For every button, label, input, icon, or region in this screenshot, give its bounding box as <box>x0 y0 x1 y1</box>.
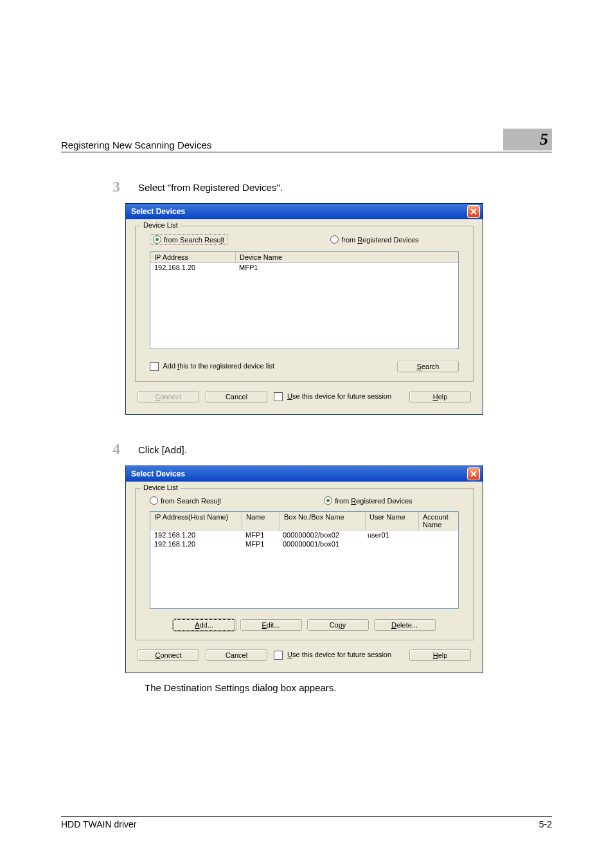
checkbox-icon <box>150 362 159 371</box>
use-future-checkbox[interactable]: Use this device for future session <box>274 651 391 660</box>
add-button[interactable]: Add... <box>173 619 235 631</box>
dialog1-title: Select Devices <box>131 207 185 216</box>
select-devices-dialog-2: Select Devices Device List from Search R… <box>125 466 483 673</box>
close-icon[interactable] <box>467 205 480 218</box>
delete-button[interactable]: Delete... <box>374 619 436 631</box>
connect-button[interactable]: Connect <box>138 391 199 402</box>
step-3-text: Select "from Registered Devices". <box>138 178 283 195</box>
use-future-checkbox[interactable]: Use this device for future session <box>274 392 391 401</box>
radio-dot-icon <box>153 235 161 244</box>
step-3-number: 3 <box>112 178 138 195</box>
copy-button[interactable]: Copy <box>307 619 369 631</box>
device-listview[interactable]: IP Address(Host Name) Name Box No./Box N… <box>150 511 459 609</box>
help-button[interactable]: Help <box>409 391 471 402</box>
group-legend: Device List <box>141 221 181 229</box>
radio-from-search-result[interactable]: from Search Result <box>150 496 221 505</box>
radio-empty-icon <box>330 235 339 244</box>
table-row[interactable]: 192.168.1.20 MFP1 000000002/box02 user01 <box>150 530 458 539</box>
col-ip[interactable]: IP Address <box>150 252 236 262</box>
checkbox-icon <box>274 651 283 660</box>
table-row[interactable]: 192.168.1.20 MFP1 <box>150 263 458 272</box>
table-row[interactable]: 192.168.1.20 MFP1 000000001/box01 <box>150 539 458 548</box>
connect-button[interactable]: Connect <box>138 649 199 661</box>
close-icon[interactable] <box>467 467 480 480</box>
col-user[interactable]: User Name <box>366 512 419 530</box>
col-name[interactable]: Device Name <box>236 252 458 262</box>
edit-button[interactable]: Edit... <box>240 619 302 631</box>
radio-empty-icon <box>150 496 158 505</box>
dialog2-title: Select Devices <box>131 469 185 478</box>
step-4-number: 4 <box>112 440 138 458</box>
footer-left: HDD TWAIN driver <box>61 819 136 829</box>
device-listview[interactable]: IP Address Device Name 192.168.1.20 MFP1 <box>150 251 459 349</box>
radio-dot-icon <box>324 496 332 505</box>
col-name[interactable]: Name <box>242 512 280 530</box>
select-devices-dialog-1: Select Devices Device List from Search R… <box>125 203 483 415</box>
cancel-button[interactable]: Cancel <box>206 649 267 661</box>
radio-from-registered-devices[interactable]: from Registered Devices <box>330 234 418 245</box>
checkbox-icon <box>274 392 283 401</box>
step-4-result-text: The Destination Settings dialog box appe… <box>145 682 552 693</box>
radio-from-search-result[interactable]: from Search Result <box>150 234 227 245</box>
col-ip[interactable]: IP Address(Host Name) <box>150 512 242 530</box>
help-button[interactable]: Help <box>409 649 471 661</box>
search-button[interactable]: Search <box>397 361 459 372</box>
cancel-button[interactable]: Cancel <box>206 391 267 402</box>
footer-right: 5-2 <box>539 819 552 829</box>
step-4-text: Click [Add]. <box>138 440 187 458</box>
chapter-number: 5 <box>503 129 552 150</box>
page-header-title: Registering New Scanning Devices <box>61 140 211 150</box>
col-account[interactable]: Account Name <box>419 512 458 530</box>
col-box[interactable]: Box No./Box Name <box>280 512 366 530</box>
group-legend: Device List <box>141 484 181 491</box>
add-to-registered-checkbox[interactable]: Add this to the registered device list <box>150 362 274 371</box>
radio-from-registered-devices[interactable]: from Registered Devices <box>324 496 412 505</box>
